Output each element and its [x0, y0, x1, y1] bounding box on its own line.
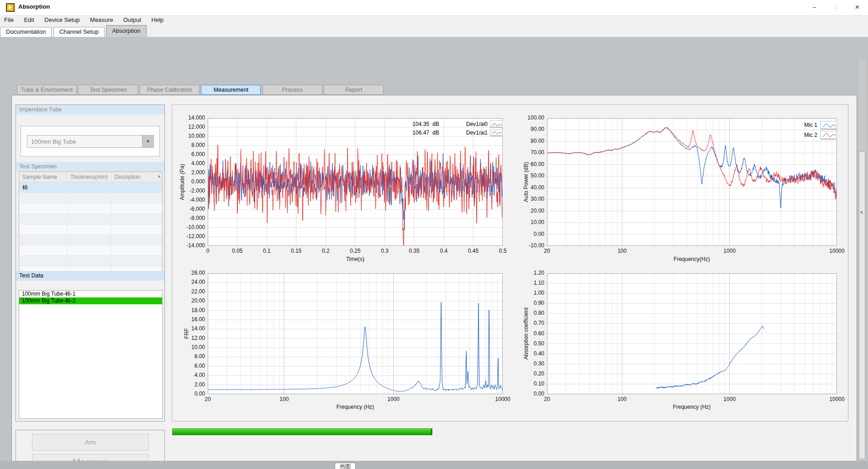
table-cell-empty	[111, 224, 156, 234]
y-axis-tick-label: 8.00	[175, 353, 205, 360]
list-item-selected[interactable]: 100mm Big Tube-棉-2	[19, 297, 162, 304]
y-axis-tick-label: 14.000	[175, 115, 205, 121]
menu-device-setup[interactable]: Device Setup	[40, 16, 84, 25]
legend-label-mic2[interactable]: Mic 2	[784, 132, 817, 138]
y-axis-tick-label: 0.90	[514, 300, 544, 306]
y-axis-tick-label: 30.00	[514, 196, 544, 202]
x-axis-label-time: Time(s)	[346, 256, 364, 262]
test-specimen-table-header: Sample Name Thickness(mm) Discription	[19, 172, 162, 182]
main-tab-bar: Documentation Channel Setup Absorption	[0, 25, 868, 37]
legend-label-dev1-ai1[interactable]: Dev1/ai1	[456, 130, 488, 136]
menu-edit[interactable]: Edit	[20, 16, 38, 25]
y-axis-tick-label: 18.00	[175, 307, 205, 313]
absorption-coefficient-chart: 1.201.101.000.900.800.700.600.500.400.30…	[547, 273, 837, 394]
arm-button[interactable]: Arm	[32, 434, 149, 451]
scroll-up-icon[interactable]: ▲	[157, 174, 161, 178]
table-cell-empty	[67, 224, 111, 234]
chevron-down-icon[interactable]: ▼	[142, 135, 153, 147]
y-axis-tick-label: 8.000	[175, 142, 205, 148]
column-header-thickness[interactable]: Thickness(mm)	[67, 172, 111, 182]
table-cell-empty	[111, 214, 156, 224]
impedance-tube-value: 100mm Big Tube	[31, 138, 76, 145]
table-row-empty[interactable]	[19, 245, 162, 256]
menu-measure[interactable]: Measure	[86, 16, 117, 25]
table-row-empty[interactable]	[19, 235, 162, 245]
bottom-tab-draw[interactable]: 画图	[335, 463, 356, 469]
workspace: Tube & Environment Test Specimen Phase C…	[0, 37, 868, 469]
y-axis-tick-label: -12.000	[175, 233, 205, 240]
subtab-measurement[interactable]: Measurement	[201, 85, 261, 95]
sidebar-panel: Impendace Tube 100mm Big Tube ▼ Test Spe…	[16, 104, 165, 422]
y-axis-tick-label: 0.60	[514, 330, 544, 337]
subtab-phase-calibration[interactable]: Phase Calibration	[140, 85, 200, 95]
window-title: Absorption	[18, 3, 50, 10]
bottom-strip	[0, 461, 868, 469]
subtab-process[interactable]: Process	[263, 85, 322, 95]
table-row-empty[interactable]	[19, 256, 162, 266]
x-axis-tick-label: 0	[192, 248, 224, 254]
legend-line-icon-mic1[interactable]	[821, 121, 837, 130]
y-axis-tick-label: 10.00	[175, 344, 205, 350]
y-axis-tick-label: 10.00	[514, 219, 544, 225]
test-data-header: Test Data	[16, 271, 164, 281]
y-axis-tick-label: 70.00	[514, 149, 544, 156]
level-readout-ai1: 106.47	[401, 130, 429, 136]
x-axis-tick-label: 1000	[714, 396, 746, 402]
cell-discription	[111, 182, 156, 193]
x-axis-tick-label: 20	[531, 248, 563, 254]
x-axis-tick-label: 0.4	[428, 248, 460, 254]
x-axis-tick-label: 20	[192, 396, 224, 402]
x-axis-label-frequency-top: Frequency(Hz)	[673, 256, 710, 262]
legend-label-mic1[interactable]: Mic 1	[784, 122, 817, 128]
play-arrow-icon	[9, 5, 12, 10]
table-row[interactable]: 棉	[19, 182, 162, 193]
minimize-button[interactable]: –	[804, 0, 825, 15]
tab-channel-setup[interactable]: Channel Setup	[53, 27, 105, 37]
x-axis-tick-label: 0.25	[339, 248, 371, 254]
column-header-sample-name[interactable]: Sample Name	[19, 172, 67, 182]
y-axis-tick-label: 0.10	[514, 380, 544, 387]
progress-fill	[173, 429, 432, 435]
legend-label-dev1-ai0[interactable]: Dev1/ai0	[456, 121, 488, 127]
y-axis-tick-label: 0.20	[514, 370, 544, 377]
y-axis-tick-label: 24.00	[175, 279, 205, 285]
menu-help[interactable]: Help	[147, 16, 168, 25]
vertical-scrollbar[interactable]: <	[858, 59, 866, 460]
tab-documentation[interactable]: Documentation	[0, 27, 52, 37]
table-row-empty[interactable]	[19, 224, 162, 235]
legend-line-icon-mic2[interactable]	[821, 131, 837, 140]
table-cell-empty	[19, 245, 67, 255]
menu-file[interactable]: File	[0, 16, 18, 25]
table-row-empty[interactable]	[19, 203, 162, 214]
sub-tab-bar: Tube & Environment Test Specimen Phase C…	[17, 85, 383, 95]
test-data-list: 100mm Big Tube-棉-1 100mm Big Tube-棉-2	[19, 290, 163, 419]
impedance-tube-dropdown[interactable]: 100mm Big Tube ▼	[27, 135, 154, 148]
level-readout-unit-ai1: dB	[432, 130, 439, 136]
table-cell-empty	[67, 203, 111, 214]
menu-output[interactable]: Output	[119, 16, 145, 25]
legend-line-icon-ai0[interactable]	[490, 120, 503, 128]
x-axis-tick-label: 0.35	[398, 248, 430, 254]
list-item[interactable]: 100mm Big Tube-棉-1	[19, 291, 162, 297]
y-axis-tick-label: 14.00	[175, 325, 205, 332]
scrollbar-thumb[interactable]	[859, 151, 865, 459]
table-cell-empty	[67, 235, 111, 245]
subtab-test-specimen[interactable]: Test Specimen	[78, 85, 138, 95]
y-axis-tick-label: -8.000	[175, 215, 205, 221]
y-axis-tick-label: 4.00	[175, 372, 205, 378]
table-row-empty[interactable]	[19, 214, 162, 224]
y-axis-tick-label: 50.00	[514, 172, 544, 179]
subtab-tube-environment[interactable]: Tube & Environment	[17, 85, 77, 95]
maximize-button[interactable]: □	[825, 0, 847, 15]
collapse-panel-icon[interactable]: <	[860, 210, 863, 215]
table-row-empty[interactable]	[19, 193, 162, 203]
column-header-discription[interactable]: Discription	[111, 172, 156, 182]
legend-line-icon-ai1[interactable]	[490, 129, 503, 136]
tab-absorption[interactable]: Absorption	[106, 25, 146, 37]
level-readout-unit-ai0: dB	[432, 121, 439, 127]
table-cell-empty	[19, 214, 67, 224]
y-axis-tick-label: 26.00	[175, 270, 205, 276]
table-cell-empty	[19, 235, 67, 245]
subtab-report[interactable]: Report	[324, 85, 384, 95]
close-button[interactable]: ✕	[847, 0, 868, 15]
